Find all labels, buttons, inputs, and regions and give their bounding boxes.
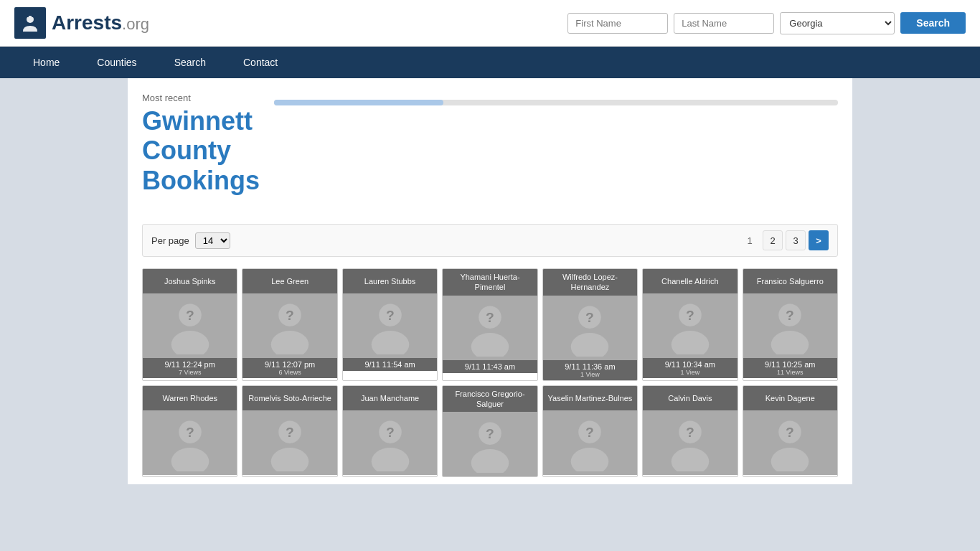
- page-1-plain: 1: [740, 230, 760, 250]
- card-time: 9/11 10:25 am: [745, 360, 836, 369]
- booking-card[interactable]: Chanelle Aldrich ? 9/11 10:34 am1 View: [642, 268, 738, 381]
- card-photo: ?: [443, 296, 537, 360]
- svg-point-14: [471, 333, 509, 357]
- svg-text:?: ?: [386, 425, 395, 440]
- card-name: Fransico Salguerro: [743, 269, 837, 293]
- booking-card[interactable]: Joshua Spinks ? 9/11 12:24 pm7 Views: [142, 268, 237, 381]
- card-photo: ?: [543, 296, 637, 360]
- card-photo: ?: [343, 293, 437, 358]
- svg-rect-2: [26, 15, 29, 17]
- svg-text:?: ?: [786, 308, 794, 323]
- svg-point-11: [371, 331, 409, 354]
- booking-card[interactable]: Lee Green ? 9/11 12:07 pm6 Views: [242, 268, 337, 381]
- card-time-area: 9/11 11:43 am: [443, 360, 537, 373]
- card-name: Wilfredo Lopez-Hernandez: [543, 269, 637, 296]
- card-name: Lauren Stubbs: [343, 269, 437, 293]
- svg-text:?: ?: [686, 308, 694, 323]
- booking-card[interactable]: Lauren Stubbs ? 9/11 11:54 am: [342, 268, 438, 381]
- navigation-bar: Home Counties Search Contact: [0, 47, 980, 78]
- cards-row-2: Warren Rhodes ? Romelvis Soto-Arrieche ?…: [142, 385, 838, 478]
- nav-counties[interactable]: Counties: [78, 47, 155, 78]
- svg-point-8: [271, 331, 309, 354]
- card-photo: ?: [743, 410, 837, 475]
- svg-point-5: [171, 331, 209, 354]
- booking-card[interactable]: Fransico Salguerro ? 9/11 10:25 am11 Vie…: [743, 268, 838, 381]
- progress-bar-area: [274, 93, 838, 105]
- card-photo: ?: [543, 410, 637, 475]
- card-time-area: 9/11 12:24 pm7 Views: [143, 358, 237, 378]
- page-2-button[interactable]: 2: [763, 230, 783, 250]
- booking-card[interactable]: Warren Rhodes ?: [142, 385, 237, 478]
- card-views: 1 View: [545, 371, 636, 378]
- header-search-button[interactable]: Search: [900, 12, 966, 34]
- page-3-button[interactable]: 3: [786, 230, 806, 250]
- card-name: Juan Manchame: [343, 386, 437, 410]
- card-photo: ?: [143, 293, 237, 358]
- card-photo: ?: [143, 410, 237, 475]
- first-name-input[interactable]: [567, 13, 668, 34]
- svg-point-20: [672, 331, 710, 354]
- most-recent-label: Most recent: [142, 93, 260, 103]
- card-name: Calvin Davis: [643, 386, 737, 410]
- card-photo: ?: [643, 410, 737, 475]
- next-page-button[interactable]: >: [809, 230, 829, 250]
- card-name: Joshua Spinks: [143, 269, 237, 293]
- card-name: Lee Green: [242, 269, 336, 293]
- per-page-area: Per page 7 14 21 28: [151, 232, 230, 249]
- svg-text:?: ?: [386, 308, 395, 323]
- svg-text:?: ?: [286, 425, 294, 440]
- header-search-form: Georgia Alabama Alaska Arizona Florida T…: [567, 12, 966, 34]
- card-photo: ?: [242, 293, 336, 358]
- card-name: Yaselin Martinez-Bulnes: [543, 386, 637, 410]
- svg-text:?: ?: [786, 425, 794, 440]
- card-photo: ?: [443, 412, 537, 476]
- state-select[interactable]: Georgia Alabama Alaska Arizona Florida T…: [780, 12, 895, 34]
- last-name-input[interactable]: [674, 13, 774, 34]
- card-views: 7 Views: [144, 369, 235, 376]
- booking-card[interactable]: Yhamani Huerta-Pimentel ? 9/11 11:43 am: [442, 268, 537, 381]
- svg-point-41: [672, 448, 710, 471]
- booking-card[interactable]: Kevin Dagene ?: [743, 385, 838, 478]
- card-time: 9/11 11:36 am: [545, 362, 636, 371]
- svg-point-26: [171, 448, 209, 471]
- booking-card[interactable]: Romelvis Soto-Arrieche ?: [242, 385, 337, 478]
- nav-home[interactable]: Home: [14, 47, 78, 78]
- per-page-select[interactable]: 7 14 21 28: [195, 232, 230, 249]
- card-time: 9/11 10:34 am: [644, 360, 735, 369]
- site-logo[interactable]: Arrests.org: [14, 7, 149, 39]
- booking-card[interactable]: Francisco Gregorio-Salguer ?: [442, 385, 537, 478]
- card-name: Chanelle Aldrich: [643, 269, 737, 293]
- page-title: Gwinnett County Bookings: [142, 106, 260, 195]
- booking-card[interactable]: Juan Manchame ?: [342, 385, 438, 478]
- svg-text:?: ?: [286, 308, 294, 323]
- nav-contact[interactable]: Contact: [225, 47, 296, 78]
- svg-point-17: [571, 333, 609, 357]
- card-name: Romelvis Soto-Arrieche: [242, 386, 336, 410]
- booking-card[interactable]: Calvin Davis ?: [642, 385, 738, 478]
- card-photo: ?: [343, 410, 437, 475]
- card-name: Warren Rhodes: [143, 386, 237, 410]
- card-time-area: 9/11 10:34 am1 View: [643, 358, 737, 378]
- nav-search[interactable]: Search: [156, 47, 225, 78]
- card-name: Kevin Dagene: [743, 386, 837, 410]
- card-time-area: 9/11 11:54 am: [343, 358, 437, 371]
- svg-text:?: ?: [486, 310, 494, 325]
- per-page-label: Per page: [151, 235, 189, 246]
- card-photo: ?: [242, 410, 336, 475]
- svg-point-32: [371, 448, 409, 471]
- cards-row-1: Joshua Spinks ? 9/11 12:24 pm7 ViewsLee …: [142, 268, 838, 381]
- pagination: 1 2 3 >: [740, 230, 829, 250]
- card-views: 6 Views: [244, 369, 335, 376]
- svg-point-23: [771, 331, 809, 354]
- card-name: Francisco Gregorio-Salguer: [443, 386, 537, 413]
- booking-card[interactable]: Yaselin Martinez-Bulnes ?: [542, 385, 638, 478]
- card-time-area: 9/11 11:36 am1 View: [543, 360, 637, 380]
- card-time-area: 9/11 10:25 am11 Views: [743, 358, 837, 378]
- card-time: 9/11 11:43 am: [444, 362, 535, 371]
- logo-wordmark: Arrests.org: [52, 11, 149, 34]
- svg-text:?: ?: [686, 425, 694, 440]
- logo-icon: [14, 7, 46, 39]
- svg-text:?: ?: [486, 426, 494, 441]
- booking-card[interactable]: Wilfredo Lopez-Hernandez ? 9/11 11:36 am…: [542, 268, 638, 381]
- svg-text:?: ?: [186, 308, 194, 323]
